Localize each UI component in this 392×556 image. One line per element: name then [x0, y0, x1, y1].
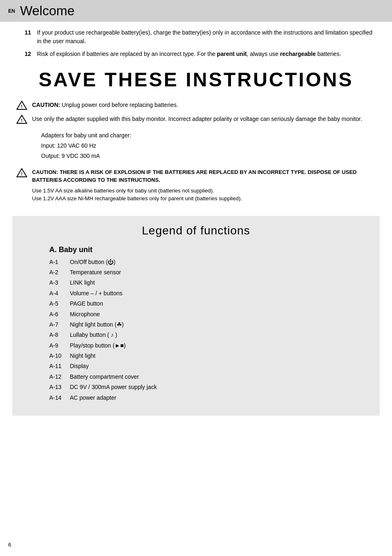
list-item: A-2 Temperature sensor [49, 268, 367, 277]
content: 11 If your product use rechargeable batt… [0, 28, 392, 58]
list-item: A-1 On/Off button (⏻) [49, 257, 367, 266]
list-item: A-10 Night light [49, 351, 367, 360]
item-number: 11 [25, 28, 37, 46]
item-id: A-11 [49, 361, 70, 371]
caution-body-2: Use only the adapter supplied with this … [32, 116, 362, 122]
item-label: Display [70, 361, 367, 371]
list-item: A-14 AC power adapter [49, 393, 367, 402]
svg-text:!: ! [21, 171, 23, 176]
caution-label: CAUTION: [32, 102, 60, 108]
caution-block-3: ! CAUTION: THERE IS A RISK OF EXPLOSION … [16, 168, 376, 203]
item-label: AC power adapter [70, 393, 367, 402]
caution-text-3: CAUTION: THERE IS A RISK OF EXPLOSION IF… [32, 168, 376, 203]
list-item: A-13 DC 9V / 300mA power supply jack [49, 382, 367, 392]
item-label: Play/stop button (►■) [70, 341, 367, 350]
caution-normal-1: Use 1.5V AA size alkaline batteries only… [32, 187, 376, 195]
list-item: A-3 LINK light [49, 278, 367, 287]
caution-icon-3: ! [16, 168, 27, 177]
svg-text:!: ! [21, 118, 23, 123]
night-light-button-label: Night light button (☘) [70, 320, 367, 329]
item-id: A-8 [49, 330, 70, 339]
header: EN Welcome [0, 0, 392, 22]
item-id: A-10 [49, 351, 70, 360]
save-instructions-heading: SAVE THESE INSTRUCTIONS [0, 68, 392, 91]
item-id: A-4 [49, 289, 70, 298]
caution-block-1: ! CAUTION: Unplug power cord before repl… [16, 101, 376, 110]
list-item: A-6 Microphone [49, 310, 367, 319]
item-label: LINK light [70, 278, 367, 287]
list-item: 11 If your product use rechargeable batt… [25, 28, 376, 46]
item-label: Volume – / + buttons [70, 289, 367, 298]
caution-icon-2: ! [16, 115, 27, 124]
list-item: A-9 Play/stop button (►■) [49, 341, 367, 350]
item-label: Night light [70, 351, 367, 360]
list-item: A-7 Night light button (☘) [49, 320, 367, 329]
item-label: PAGE button [70, 299, 367, 308]
list-item: A-8 Lullaby button ( ♪ ) [49, 330, 367, 339]
caution-normal-2: Use 1.2V AAA size Ni-MH rechargeable bat… [32, 195, 376, 203]
item-number: 12 [25, 50, 37, 58]
list-item: A-12 Battery compartment cover [49, 372, 367, 381]
section-title-baby-unit: A. Baby unit [49, 246, 367, 254]
page: EN Welcome 11 If your product use rechar… [0, 0, 392, 556]
caution-text-1: CAUTION: Unplug power cord before replac… [32, 101, 178, 109]
item-label: Temperature sensor [70, 268, 367, 277]
item-label: Battery compartment cover [70, 372, 367, 381]
item-id: A-1 [49, 257, 70, 266]
caution-text-2: Use only the adapter supplied with this … [32, 115, 362, 123]
adapter-info: Adapters for baby unit and charger: Inpu… [41, 130, 376, 162]
item-id: A-3 [49, 278, 70, 287]
item-id: A-14 [49, 393, 70, 402]
item-id: A-12 [49, 372, 70, 381]
legend-box: Legend of functions A. Baby unit A-1 On/… [12, 216, 380, 416]
item-id: A-9 [49, 341, 70, 350]
item-id: A-5 [49, 299, 70, 308]
page-title: Welcome [20, 3, 75, 19]
caution-body: Unplug power cord before replacing batte… [62, 102, 178, 108]
item-id: A-2 [49, 268, 70, 277]
caution-icon-1: ! [16, 101, 27, 110]
list-item: A-4 Volume – / + buttons [49, 289, 367, 298]
adapter-line-3: Output: 9 VDC 300 mA [41, 151, 376, 161]
item-id: A-6 [49, 310, 70, 319]
caution-block-2: ! Use only the adapter supplied with thi… [16, 115, 376, 124]
item-text: Risk of explosion if batteries are repla… [37, 50, 376, 58]
adapter-line-1: Adapters for baby unit and charger: [41, 130, 376, 141]
page-number: 6 [8, 542, 11, 548]
list-item: 12 Risk of explosion if batteries are re… [25, 50, 376, 58]
lullaby-button-label: Lullaby button ( ♪ ) [70, 330, 367, 339]
item-label: Microphone [70, 310, 367, 319]
list-item: A-11 Display [49, 361, 367, 371]
item-text: If your product use rechargeable battery… [37, 28, 376, 46]
caution-upper-bold: CAUTION: THERE IS A RISK OF EXPLOSION IF… [32, 168, 376, 184]
svg-text:!: ! [21, 104, 23, 109]
language-tag: EN [8, 8, 15, 14]
item-label: On/Off button (⏻) [70, 257, 367, 266]
legend-title: Legend of functions [25, 224, 367, 237]
item-label: DC 9V / 300mA power supply jack [70, 382, 367, 392]
adapter-line-2: Input: 120 VAC 60 Hz [41, 141, 376, 151]
list-item: A-5 PAGE button [49, 299, 367, 308]
item-id: A-13 [49, 382, 70, 392]
legend-items: A-1 On/Off button (⏻) A-2 Temperature se… [49, 257, 367, 402]
item-id: A-7 [49, 320, 70, 329]
